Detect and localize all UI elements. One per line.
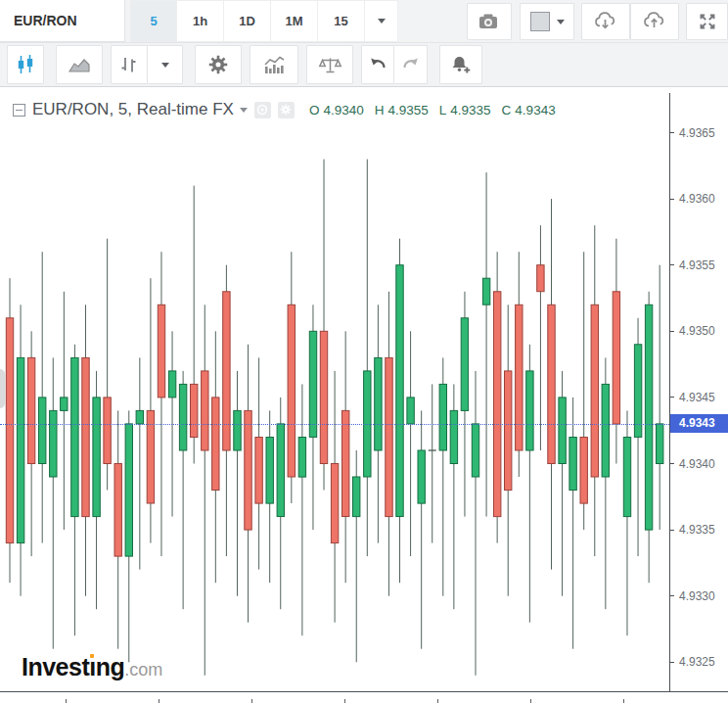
price-axis-label: 4.9350 <box>679 324 715 338</box>
candle <box>472 371 478 676</box>
load-chart-button[interactable] <box>581 3 630 40</box>
legend-title[interactable]: EUR/RON, 5, Real-time FX <box>32 100 248 119</box>
axis-tick <box>670 463 674 464</box>
candle <box>439 357 446 595</box>
legend-title-text: EUR/RON, 5, Real-time FX <box>32 100 234 119</box>
time-axis-tick <box>623 699 624 703</box>
candle <box>353 450 360 662</box>
close-value: 4.9343 <box>515 103 555 117</box>
area-style-button[interactable] <box>56 45 103 84</box>
candle <box>255 357 262 569</box>
compare-button[interactable] <box>306 45 353 84</box>
candle <box>104 239 111 491</box>
candle <box>331 371 338 623</box>
last-price-line <box>0 424 669 425</box>
save-chart-button[interactable] <box>630 3 679 40</box>
interval-dropdown-button[interactable] <box>365 0 398 42</box>
camera-icon <box>478 12 501 31</box>
area-chart-icon <box>68 57 91 73</box>
open-value: 4.9340 <box>323 103 363 117</box>
candle <box>623 410 630 635</box>
candle <box>450 384 457 609</box>
candle <box>191 186 198 464</box>
candle <box>125 410 132 662</box>
candle <box>548 199 555 569</box>
candle <box>559 371 566 596</box>
screenshot-button[interactable] <box>467 3 512 40</box>
interval-1h-button[interactable]: 1h <box>177 0 224 42</box>
series-settings-icon[interactable] <box>278 102 295 118</box>
ohlc-bars-icon <box>119 56 139 73</box>
candle <box>569 398 576 649</box>
axis-tick <box>670 199 674 200</box>
candle <box>202 305 208 676</box>
candlestick-icon <box>16 54 35 75</box>
indicators-button[interactable] <box>250 45 298 84</box>
color-swatch-icon <box>530 12 550 31</box>
candle <box>580 252 587 530</box>
candle <box>179 371 186 609</box>
visibility-icon[interactable] <box>254 102 271 118</box>
candle <box>482 172 489 516</box>
ohlc-readout: O4.9340 H4.9355 L4.9335 C4.9343 <box>309 103 556 117</box>
price-axis-label: 4.9355 <box>679 258 715 272</box>
candle <box>634 318 641 556</box>
fullscreen-button[interactable] <box>686 3 728 40</box>
time-axis-tick <box>344 699 345 703</box>
settings-button[interactable] <box>195 45 242 84</box>
price-axis[interactable]: 4.93654.93604.93554.93504.93454.93404.93… <box>669 93 728 691</box>
symbol-button[interactable]: EUR/RON <box>0 0 125 42</box>
interval-group: 5 1h 1D 1M 15 <box>130 0 398 42</box>
chart-widget: EUR/RON 5 1h 1D 1M 15 <box>0 0 728 703</box>
candle <box>407 331 414 556</box>
interval-1d-button[interactable]: 1D <box>224 0 271 42</box>
collapse-legend-icon[interactable] <box>13 104 25 117</box>
time-axis-tick <box>251 699 252 703</box>
time-axis-tick <box>437 699 438 703</box>
candle <box>461 292 468 517</box>
price-axis-label: 4.9325 <box>679 655 715 669</box>
drawing-toolbar <box>0 43 728 87</box>
candlestick-plot[interactable] <box>0 93 669 691</box>
interval-5-button[interactable]: 5 <box>130 0 177 42</box>
candle <box>505 305 512 595</box>
time-axis-line <box>0 691 728 692</box>
candle <box>418 410 425 648</box>
scales-icon <box>318 56 342 74</box>
ohlc-style-button[interactable] <box>111 45 148 84</box>
undo-arrow-icon <box>368 56 387 73</box>
chart-area: 4.93654.93604.93554.93504.93454.93404.93… <box>0 87 728 703</box>
price-axis-label: 4.9330 <box>679 589 715 603</box>
candle <box>277 398 284 609</box>
time-axis-tick <box>66 699 67 703</box>
candle <box>212 331 219 583</box>
candle <box>645 292 652 583</box>
candle <box>266 410 273 583</box>
candle <box>494 252 501 542</box>
logo-orange-dot <box>90 654 94 658</box>
axis-tick <box>670 264 674 265</box>
background-color-button[interactable] <box>520 3 574 40</box>
left-edge-handle[interactable] <box>0 369 5 408</box>
candle <box>17 305 23 595</box>
symbol-label: EUR/RON <box>14 13 77 28</box>
interval-15-button[interactable]: 15 <box>318 0 365 42</box>
candle <box>320 160 327 491</box>
axis-tick <box>670 530 674 531</box>
gear-icon <box>207 54 229 75</box>
candle <box>93 371 100 609</box>
redo-button[interactable] <box>394 45 428 84</box>
candle <box>396 239 403 584</box>
investing-logo[interactable]: Investıng.com <box>22 653 162 681</box>
add-alert-button[interactable] <box>439 45 482 84</box>
candle <box>158 252 164 556</box>
chevron-down-icon <box>378 19 386 23</box>
interval-1m-button[interactable]: 1M <box>271 0 318 42</box>
candlestick-style-button[interactable] <box>7 45 44 84</box>
price-axis-label: 4.9345 <box>679 391 715 404</box>
undo-button[interactable] <box>361 45 394 84</box>
last-price-tag: 4.9343 <box>670 414 728 433</box>
style-dropdown-button[interactable] <box>148 45 183 84</box>
candle <box>27 331 34 556</box>
cloud-download-icon <box>593 11 618 32</box>
